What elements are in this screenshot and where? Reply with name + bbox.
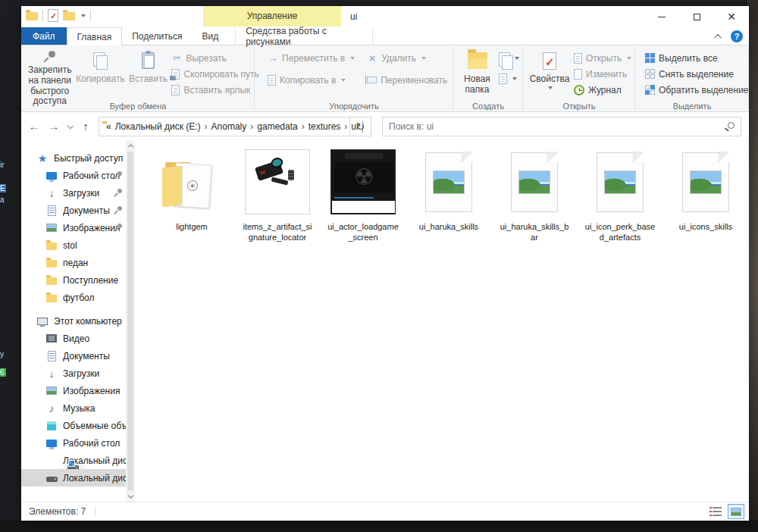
maximize-button[interactable]: [679, 6, 714, 27]
customize-toolbar-dropdown-icon[interactable]: [81, 14, 86, 17]
breadcrumb[interactable]: « Локальный диск (E:) › Anomaly › gameda…: [99, 117, 350, 136]
desktop-background-right: [747, 0, 758, 532]
breadcrumb-segment[interactable]: Локальный диск (E:): [115, 121, 201, 132]
file-item-artifact-locator[interactable]: items_z_artifact_signature_locator: [241, 149, 314, 243]
sidebar-item-label: Документы: [63, 351, 126, 361]
desktop-icon-fragment: E: [0, 184, 6, 192]
desktop-icon: [46, 172, 57, 180]
open-button[interactable]: Открыть: [572, 50, 634, 66]
sidebar-scrollbar[interactable]: [126, 140, 135, 502]
sidebar-item-videos[interactable]: Видео: [21, 330, 126, 347]
paste-shortcut-button[interactable]: Вставить ярлык: [169, 82, 261, 98]
image-file-icon: [597, 152, 644, 212]
invert-selection-icon: [645, 85, 655, 95]
history-button[interactable]: Журнал: [572, 82, 634, 98]
sidebar-item-local-disk-e[interactable]: Локальный диск (E:): [21, 469, 126, 487]
breadcrumb-segment[interactable]: textures: [309, 121, 341, 132]
dropdown-icon: [515, 57, 519, 60]
tab-picture-tools[interactable]: Средства работы с рисунками: [235, 27, 373, 45]
up-button[interactable]: ↑: [76, 117, 96, 136]
sidebar-item-pedan[interactable]: педан: [21, 254, 126, 271]
rename-button[interactable]: Переименовать: [365, 72, 449, 88]
copy-path-button[interactable]: Скопировать путь: [169, 66, 261, 82]
move-to-button[interactable]: → Переместить в: [265, 50, 357, 66]
help-button[interactable]: ?: [731, 30, 743, 42]
properties-icon[interactable]: ✓: [48, 9, 58, 22]
tab-share[interactable]: Поделиться: [122, 27, 192, 45]
new-folder-icon[interactable]: [63, 12, 75, 20]
sidebar-item-documents-pinned[interactable]: Документы: [21, 202, 126, 219]
collapse-ribbon-icon[interactable]: [714, 33, 722, 41]
sidebar-item-music[interactable]: ♪ Музыка: [21, 399, 126, 417]
download-icon: ↓: [45, 187, 58, 199]
select-all-button[interactable]: Выделить все: [643, 50, 747, 66]
refresh-button[interactable]: ↻: [350, 117, 371, 136]
file-item-perk-based-artefacts[interactable]: ui_icon_perk_based_artefacts: [584, 149, 656, 243]
edit-button[interactable]: Изменить: [572, 66, 634, 82]
sidebar-item-quick-access[interactable]: ★ Быстрый доступ: [21, 149, 126, 167]
forward-button[interactable]: →: [44, 117, 64, 136]
new-folder-button[interactable]: Новая папка: [458, 48, 496, 99]
sidebar-item-label: футбол: [63, 293, 126, 303]
sidebar-item-downloads-pinned[interactable]: ↓ Загрузки: [21, 184, 126, 202]
file-item-lightgem[interactable]: ◉ lightgem: [155, 149, 228, 232]
image-file-thumbnail: [416, 149, 481, 214]
download-icon: ↓: [45, 368, 58, 380]
button-label: Копировать в: [280, 75, 336, 86]
thumbnail-view-button[interactable]: [728, 504, 744, 519]
search-input[interactable]: [383, 117, 741, 136]
sidebar-item-label: педан: [63, 258, 126, 268]
easy-access-button[interactable]: [496, 70, 522, 86]
tab-file[interactable]: Файл: [21, 27, 67, 45]
back-button[interactable]: ←: [24, 117, 44, 136]
breadcrumb-segment[interactable]: gamedata: [257, 121, 297, 132]
cut-button[interactable]: ✂ Вырезать: [169, 50, 261, 66]
file-item-haruka-skills-bar[interactable]: ui_haruka_skills_bar: [498, 149, 571, 243]
sidebar-item-pictures-pinned[interactable]: Изображения: [21, 219, 126, 236]
tab-view[interactable]: Вид: [192, 27, 228, 45]
group-label: Открыть: [523, 102, 635, 111]
sidebar-item-local-disk-c[interactable]: Локальный диск (C:): [21, 452, 126, 469]
copy-button[interactable]: Копировать: [74, 48, 127, 99]
minimize-icon: [658, 17, 666, 17]
recent-locations-button[interactable]: [64, 117, 76, 136]
breadcrumb-segment[interactable]: Anomaly: [211, 121, 247, 132]
sidebar-item-pictures[interactable]: Изображения: [21, 382, 126, 399]
button-label: Снять выделение: [659, 69, 734, 80]
copy-to-button[interactable]: Копировать в: [265, 72, 357, 88]
pin-to-quick-access-button[interactable]: Закрепить на панели быстрого доступа: [26, 48, 74, 99]
invert-selection-button[interactable]: Обратить выделение: [643, 82, 747, 98]
new-item-button[interactable]: [496, 50, 522, 66]
delete-button[interactable]: × Удалить: [365, 50, 449, 66]
tab-home[interactable]: Главная: [67, 27, 123, 45]
sidebar-item-postuplenie[interactable]: Поступление: [21, 271, 126, 289]
delete-icon: ×: [367, 52, 377, 64]
select-none-button[interactable]: Снять выделение: [643, 66, 747, 82]
file-item-icons-skills[interactable]: ui_icons_skills: [669, 149, 742, 232]
sidebar-item-3d-objects[interactable]: Объемные объекты: [21, 417, 126, 434]
scrollbar-thumb[interactable]: [127, 152, 133, 490]
paste-button[interactable]: Вставить: [127, 48, 169, 99]
sidebar-item-stol[interactable]: stol: [21, 236, 126, 254]
search-icon[interactable]: [728, 122, 735, 129]
scroll-up-button[interactable]: [129, 140, 133, 151]
scroll-down-button[interactable]: [129, 491, 133, 502]
sidebar-item-desktop-pinned[interactable]: Рабочий стол: [21, 167, 126, 184]
sidebar-item-this-pc[interactable]: Этот компьютер: [21, 312, 126, 330]
properties-button[interactable]: ✓ Свойства: [528, 48, 572, 99]
sidebar-item-documents[interactable]: Документы: [21, 347, 126, 365]
sidebar-item-downloads[interactable]: ↓ Загрузки: [21, 365, 126, 382]
minimize-button[interactable]: [644, 6, 679, 27]
folder-icon: [46, 243, 57, 250]
file-item-haruka-skills[interactable]: ui_haruka_skills: [412, 149, 485, 232]
image-file-icon: [425, 152, 472, 212]
folder-icon: [46, 295, 57, 302]
sidebar-item-futbol[interactable]: футбол: [21, 289, 126, 306]
file-item-loadgame-screen[interactable]: ☢ ui_actor_loadgame_screen: [327, 149, 399, 243]
paste-shortcut-icon: [171, 85, 180, 95]
details-view-button[interactable]: [709, 504, 725, 519]
folder-icon[interactable]: [26, 12, 38, 20]
sidebar-item-desktop[interactable]: Рабочий стол: [21, 434, 126, 452]
button-label: Скопировать путь: [183, 69, 258, 80]
close-button[interactable]: ✕: [714, 6, 749, 27]
